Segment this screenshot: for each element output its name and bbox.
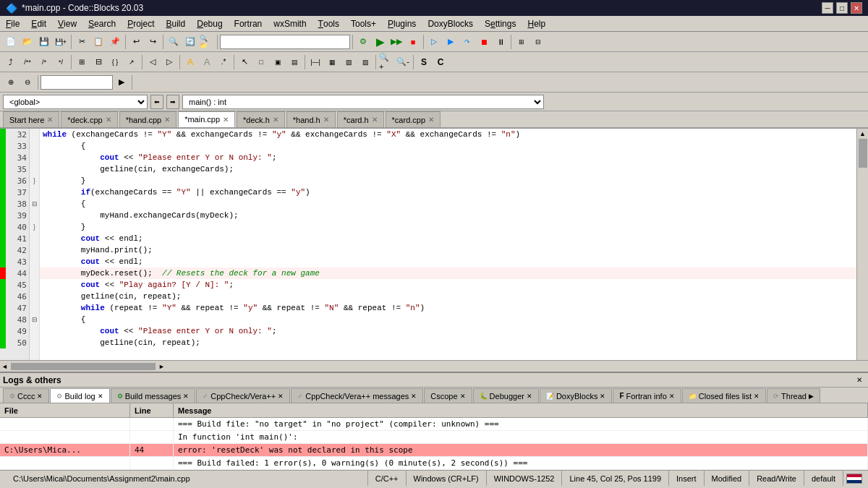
copy-button[interactable]: 📋 (90, 34, 106, 50)
log-tab-closedfiles[interactable]: 📁 Closed files list ✕ (682, 388, 766, 403)
t3-btn2[interactable]: ⊖ (20, 74, 35, 90)
tab-card-cpp-close[interactable]: ✕ (428, 116, 434, 124)
debug-run-button[interactable]: ▶ (443, 34, 459, 50)
debug-start-button[interactable]: ▷ (426, 34, 442, 50)
nav-back-btn[interactable]: ◁ (145, 54, 161, 70)
more-blocks-btn[interactable]: ▧ (341, 54, 357, 70)
redo-button[interactable]: ↪ (145, 34, 161, 50)
col-select-btn[interactable]: ▤ (286, 54, 302, 70)
build-run-button[interactable]: ▶▶ (388, 34, 404, 50)
stop-button[interactable]: ■ (405, 34, 421, 50)
tab-card-cpp[interactable]: *card.cpp ✕ (386, 111, 441, 127)
log-tab-cscope-close[interactable]: ✕ (460, 393, 466, 400)
log-tab-closedfiles-close[interactable]: ✕ (754, 393, 760, 400)
minimize-button[interactable]: ─ (822, 2, 833, 14)
new-file-button[interactable]: 📄 (3, 34, 19, 50)
rect-select-btn[interactable]: □ (253, 54, 269, 70)
svar-btn[interactable]: S (416, 54, 432, 70)
regex-btn[interactable]: .* (216, 54, 231, 70)
log-tab-buildlog[interactable]: ⚙ Build log ✕ (50, 388, 109, 403)
function-dropdown[interactable]: main() : int (182, 95, 544, 109)
zoom-out-btn[interactable]: 🔍- (395, 54, 411, 70)
log-tab-thread[interactable]: ⟳ Thread ▶ (767, 388, 820, 403)
log-tab-cscope[interactable]: Cscope ✕ (424, 388, 472, 403)
debug-next-button[interactable]: ↷ (459, 34, 475, 50)
unindent-btn[interactable]: ⊟ (90, 54, 106, 70)
highlight2-btn[interactable]: A (199, 54, 215, 70)
log-tab-buildmsg-close[interactable]: ✕ (183, 393, 189, 400)
menu-doxyblocks[interactable]: DoxyBlocks (422, 16, 479, 31)
menu-tools-plus[interactable]: Tools+ (345, 16, 382, 31)
zoom-in-btn[interactable]: 🔍+ (378, 54, 394, 70)
uncomment-btn[interactable]: */ (53, 54, 69, 70)
scroll-thumb[interactable] (859, 139, 867, 168)
menu-view[interactable]: View (52, 16, 82, 31)
menu-file[interactable]: File (0, 16, 25, 31)
log-tab-buildlog-close[interactable]: ✕ (98, 393, 103, 400)
highlight-btn[interactable]: A (182, 54, 198, 70)
titlebar-controls[interactable]: ─ □ ✕ (822, 2, 862, 14)
replace-button[interactable]: 🔄 (182, 34, 198, 50)
fold-48[interactable]: ⊟ (30, 314, 39, 325)
toggle-btn-1[interactable]: ⊞ (514, 34, 529, 50)
fold-38[interactable]: ⊟ (30, 198, 39, 210)
log-tab-doxyblocks-close[interactable]: ✕ (600, 393, 605, 400)
scope-arrow2[interactable]: ➡ (166, 95, 179, 109)
log-tab-cppcheck-msg[interactable]: ✓ CppCheck/Vera++ messages ✕ (291, 388, 423, 403)
indent-btn[interactable]: ⊞ (74, 54, 90, 70)
tab-hand-cpp-close[interactable]: ✕ (164, 116, 170, 124)
debug-stop-button[interactable]: ⏹ (476, 34, 492, 50)
tab-deck-cpp-close[interactable]: ✕ (106, 116, 111, 124)
menu-project[interactable]: Project (122, 16, 160, 31)
tab-card-h[interactable]: *card.h ✕ (337, 111, 384, 127)
compile-button[interactable]: ⚙ (355, 34, 371, 50)
cut-button[interactable]: ✂ (74, 34, 90, 50)
tab-hand-h-close[interactable]: ✕ (323, 116, 329, 124)
comment-btn[interactable]: /* (36, 54, 52, 70)
close-button[interactable]: ✕ (851, 2, 862, 14)
menu-search[interactable]: Search (82, 16, 122, 31)
toggle-btn-2[interactable]: ⊟ (530, 34, 546, 50)
jump-btn[interactable]: ▶ (114, 74, 129, 90)
scroll-up-arrow[interactable]: ▲ (859, 130, 866, 137)
log-tab-thread-arrow[interactable]: ▶ (809, 393, 814, 400)
vline-btn[interactable]: |—| (307, 54, 323, 70)
scope-arrow[interactable]: ⬅ (150, 95, 163, 109)
tab-start-here[interactable]: Start here ✕ (3, 111, 59, 127)
log-tab-debugger[interactable]: 🐛 Debugger ✕ (473, 388, 539, 403)
jump-input[interactable] (41, 75, 113, 90)
menu-tools[interactable]: Tools (312, 16, 345, 31)
logs-close-button[interactable]: ✕ (854, 374, 865, 386)
log-tab-cppcheck-msg-close[interactable]: ✕ (411, 393, 417, 400)
menu-plugins[interactable]: Plugins (382, 16, 422, 31)
log-tab-cppcheck[interactable]: ✓ CppCheck/Vera++ ✕ (196, 388, 290, 403)
paste-button[interactable]: 📌 (107, 34, 123, 50)
debug-pause-button[interactable]: ⏸ (493, 34, 509, 50)
scroll-right-arrow[interactable]: ► (157, 363, 166, 370)
blocks3-btn[interactable]: ▨ (357, 54, 373, 70)
vertical-scrollbar[interactable]: ▲ (856, 129, 868, 360)
scroll-left-arrow[interactable]: ◄ (0, 363, 9, 370)
log-tab-cccc[interactable]: ⚙ Cccc ✕ (3, 388, 49, 403)
maximize-button[interactable]: □ (836, 2, 848, 14)
menu-help[interactable]: Help (522, 16, 551, 31)
tab-hand-h[interactable]: *hand.h ✕ (286, 111, 336, 127)
menu-wxsmith[interactable]: wxSmith (268, 16, 312, 31)
cursor-btn[interactable]: ↖ (237, 54, 252, 70)
code-content[interactable]: while (exchangeCards != "Y" && exchangeC… (40, 129, 856, 360)
tab-start-here-close[interactable]: ✕ (47, 116, 53, 124)
save-all-button[interactable]: 💾+ (53, 34, 69, 50)
scope-dropdown[interactable]: <global> (3, 95, 148, 109)
tab-main-cpp[interactable]: *main.cpp ✕ (178, 111, 235, 127)
log-tab-fortran[interactable]: F Fortran info ✕ (613, 388, 681, 403)
t3-btn1[interactable]: ⊕ (3, 74, 19, 90)
menu-settings[interactable]: Settings (479, 16, 522, 31)
log-tab-fortran-close[interactable]: ✕ (669, 393, 675, 400)
log-tab-buildmsg[interactable]: ⚙ Build messages ✕ (111, 388, 196, 403)
log-tab-doxyblocks[interactable]: 📝 DoxyBlocks ✕ (540, 388, 612, 403)
horizontal-scrollbar[interactable]: ◄ ► (0, 360, 868, 372)
findfiles-button[interactable]: 🔍📁 (199, 34, 215, 50)
goto-btn[interactable]: ↗ (124, 54, 140, 70)
blocks-btn[interactable]: ▦ (324, 54, 340, 70)
tab-deck-cpp[interactable]: *deck.cpp ✕ (61, 111, 117, 127)
